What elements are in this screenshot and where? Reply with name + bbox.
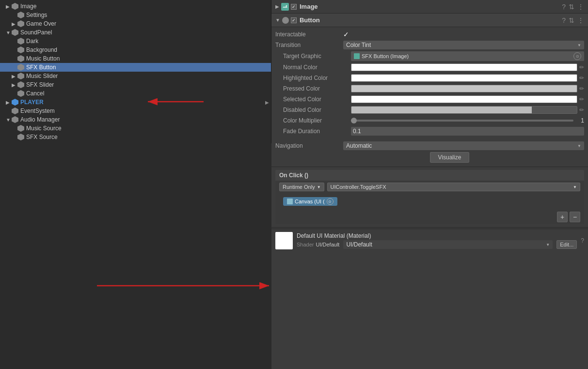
shader-dropdown-wrapper[interactable]: UI/Default: [343, 240, 553, 249]
tree-item-audio-manager[interactable]: Audio Manager: [0, 115, 271, 124]
button-checkbox[interactable]: ✓: [291, 17, 297, 23]
cube-icon-sfx-slider: [17, 81, 24, 88]
pressed-color-pencil-icon[interactable]: ✏: [579, 85, 584, 92]
tree-label-sfx-button: SFX Button: [26, 64, 56, 71]
image-header-icons: ? ⇅ ⋮: [562, 3, 584, 11]
material-help-icon[interactable]: ?: [581, 237, 584, 244]
tree-item-settings[interactable]: Settings: [0, 11, 271, 19]
tree-arrow-image[interactable]: [6, 4, 11, 9]
tree-label-dark: Dark: [26, 38, 38, 45]
runtime-dropdown[interactable]: Runtime Only ▼: [279, 183, 324, 191]
prop-target-graphic: Target Graphic SFX Button (Image) ⊙: [271, 50, 588, 62]
tree-arrow-audio-manager[interactable]: [6, 117, 11, 123]
fade-duration-label: Fade Duration: [283, 128, 351, 135]
tree-item-eventsystem[interactable]: EventSystem: [0, 107, 271, 115]
prop-highlighted-color: Highlighted Color ✏: [271, 73, 588, 83]
color-multiplier-track[interactable]: [351, 120, 573, 122]
image-checkbox[interactable]: ✓: [291, 4, 297, 10]
cube-icon-music-button: [17, 55, 24, 62]
canvas-circle-btn[interactable]: ⊙: [327, 198, 334, 205]
tree-label-cancel: Cancel: [26, 90, 44, 97]
tree-item-cancel[interactable]: Cancel: [0, 89, 271, 98]
cube-icon-cancel: [17, 90, 24, 97]
button-more-icon[interactable]: ⋮: [577, 16, 584, 24]
svg-rect-4: [282, 4, 288, 9]
tree-item-sfx-slider[interactable]: SFX Slider: [0, 80, 271, 89]
function-label: UIController.ToggleSFX: [331, 184, 386, 190]
canvas-tag[interactable]: Canvas (UI ( ⊙: [283, 197, 337, 206]
cube-icon-dark: [17, 38, 24, 45]
button-expand-arrow[interactable]: ▼: [275, 17, 280, 23]
tree-item-player[interactable]: PLAYER ▶: [0, 98, 271, 107]
image-more-icon[interactable]: ⋮: [577, 3, 584, 11]
tree-item-music-button[interactable]: Music Button: [0, 54, 271, 63]
cube-icon-audio-manager: [12, 116, 18, 123]
image-settings-icon[interactable]: ⇅: [569, 3, 574, 11]
target-graphic-text: SFX Button (Image): [362, 53, 572, 59]
button-component-header: ▼ ✓ Button ? ⇅ ⋮: [271, 14, 588, 27]
button-settings-icon[interactable]: ⇅: [569, 16, 574, 24]
prop-fade-duration: Fade Duration: [271, 126, 588, 137]
navigation-dropdown[interactable]: Automatic: [343, 141, 584, 150]
image-component-header: ▶ ✓ Image ? ⇅ ⋮: [271, 0, 588, 14]
add-onclick-button[interactable]: +: [557, 212, 568, 222]
disabled-color-pencil-icon[interactable]: ✏: [579, 107, 584, 113]
left-panel-wrapper: Image Settings Game Over SoundPanel: [0, 0, 271, 369]
tree-item-background[interactable]: Background: [0, 46, 271, 54]
target-graphic-value-wrapper: SFX Button (Image) ⊙: [351, 51, 584, 61]
transition-dropdown[interactable]: Color Tint: [343, 41, 584, 49]
tree-arrow-sfx-slider[interactable]: [12, 82, 16, 88]
shader-dropdown[interactable]: UI/Default: [343, 240, 553, 249]
shader-label: Shader: [297, 242, 314, 247]
color-multiplier-thumb[interactable]: [351, 118, 357, 123]
cube-icon-background: [17, 46, 24, 53]
prop-selected-color: Selected Color ✏: [271, 94, 588, 105]
highlighted-color-pencil-icon[interactable]: ✏: [579, 75, 584, 81]
remove-onclick-button[interactable]: −: [570, 212, 580, 222]
tree-arrow-music-slider[interactable]: [12, 74, 16, 79]
button-help-icon[interactable]: ?: [562, 16, 566, 24]
cube-icon-gameover: [17, 20, 24, 27]
tree-label-sfx-slider: SFX Slider: [26, 81, 54, 88]
on-click-section: On Click () Runtime Only ▼ UIController.…: [271, 168, 588, 226]
navigation-dropdown-wrapper[interactable]: Automatic: [343, 141, 584, 150]
selected-color-pencil-icon[interactable]: ✏: [579, 96, 584, 103]
color-multiplier-value: 1: [351, 117, 584, 124]
tree-arrow-gameover[interactable]: [12, 21, 16, 27]
normal-color-bar[interactable]: [351, 63, 577, 71]
on-click-header: On Click (): [275, 170, 584, 181]
tree-item-soundpanel[interactable]: SoundPanel: [0, 28, 271, 37]
target-graphic-field[interactable]: SFX Button (Image) ⊙: [351, 51, 584, 61]
transition-dropdown-wrapper[interactable]: Color Tint: [343, 41, 584, 49]
selected-color-bar[interactable]: [351, 95, 577, 103]
tree-item-image[interactable]: Image: [0, 2, 271, 11]
left-panel: Image Settings Game Over SoundPanel: [0, 0, 271, 143]
highlighted-color-bar[interactable]: [351, 74, 577, 82]
tree-item-gameover[interactable]: Game Over: [0, 19, 271, 28]
tree-arrow-player[interactable]: [6, 100, 11, 105]
disabled-color-bar[interactable]: [351, 106, 577, 114]
pressed-color-label: Pressed Color: [283, 85, 351, 92]
material-info: Default UI Material (Material) Shader UI…: [297, 232, 577, 249]
material-edit-button[interactable]: Edit...: [556, 240, 577, 249]
tree-arrow-soundpanel[interactable]: [6, 30, 11, 35]
function-dropdown[interactable]: UIController.ToggleSFX ▼: [327, 183, 580, 191]
tree-item-dark[interactable]: Dark: [0, 37, 271, 46]
image-expand-arrow[interactable]: ▶: [275, 4, 279, 9]
tree-item-music-slider[interactable]: Music Slider: [0, 72, 271, 80]
fade-duration-value: [351, 127, 584, 136]
normal-color-pencil-icon[interactable]: ✏: [579, 64, 584, 71]
pressed-color-bar[interactable]: [351, 85, 577, 92]
prop-pressed-color: Pressed Color ✏: [271, 83, 588, 94]
target-graphic-circle-btn[interactable]: ⊙: [573, 52, 581, 60]
visualize-button[interactable]: Visualize: [430, 152, 470, 163]
tree-item-music-source[interactable]: Music Source: [0, 124, 271, 133]
tree-label-music-slider: Music Slider: [26, 73, 58, 79]
fade-duration-input[interactable]: [351, 127, 584, 136]
canvas-icon: [287, 199, 293, 204]
image-help-icon[interactable]: ?: [562, 3, 566, 11]
runtime-dropdown-arrow: ▼: [317, 185, 321, 189]
interactable-checkmark[interactable]: ✓: [343, 31, 349, 38]
tree-item-sfx-source[interactable]: SFX Source: [0, 133, 271, 141]
tree-item-sfx-button[interactable]: SFX Button: [0, 63, 271, 72]
